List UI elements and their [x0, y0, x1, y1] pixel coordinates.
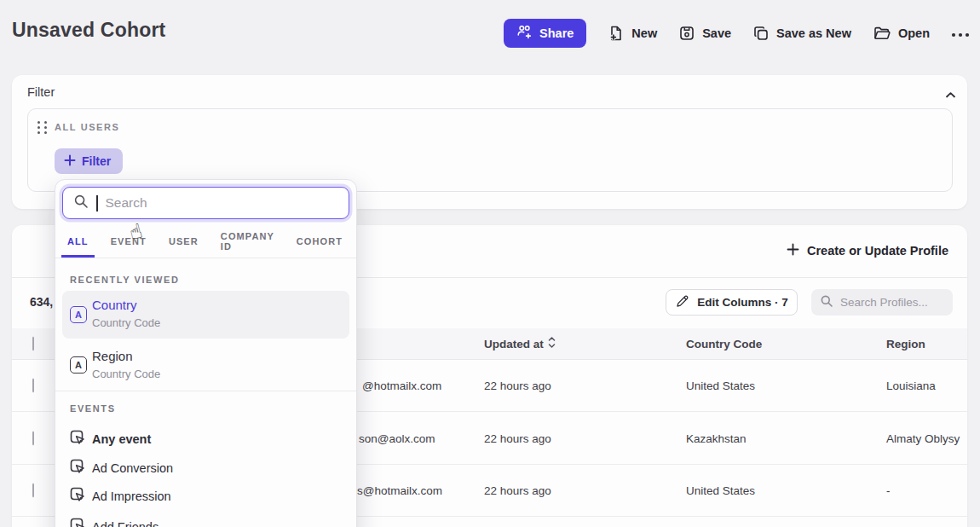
column-header-updated-at[interactable]: Updated at	[484, 337, 556, 350]
event-item-ad-conversion[interactable]: Ad Conversion	[62, 455, 349, 482]
text-cursor	[96, 195, 98, 211]
property-subtitle: Country Code	[92, 316, 160, 329]
create-or-update-profile-button[interactable]: Create or Update Profile	[787, 243, 948, 258]
row-checkbox[interactable]	[32, 431, 34, 446]
new-button-label: New	[631, 26, 657, 40]
property-item-region[interactable]: A Region Country Code	[62, 342, 349, 388]
new-document-icon	[608, 25, 625, 42]
event-title: Ad Conversion	[92, 461, 173, 475]
event-icon	[69, 458, 86, 478]
property-picker-dropdown: Search ALL EVENT USER COMPANY ID COHORT …	[55, 179, 357, 527]
event-icon	[69, 486, 86, 507]
column-header-country-code[interactable]: Country Code	[686, 338, 762, 350]
country-code-value: United States	[686, 379, 755, 392]
text-property-icon: A	[70, 356, 87, 374]
row-checkbox[interactable]	[32, 379, 34, 393]
page-title: Unsaved Cohort	[12, 19, 165, 42]
region-value: Almaty Oblysy	[886, 432, 960, 445]
share-button[interactable]: Share	[504, 19, 586, 48]
section-label-recently-viewed: RECENTLY VIEWED	[70, 275, 180, 285]
event-item-add-friends[interactable]: Add Friends	[62, 513, 349, 527]
tab-user[interactable]: USER	[163, 228, 205, 258]
search-profiles-input[interactable]	[840, 296, 943, 309]
search-icon	[820, 294, 833, 311]
updated-at-value: 22 hours ago	[484, 484, 551, 497]
section-label-events: EVENTS	[70, 403, 116, 414]
region-value: Louisiana	[886, 379, 936, 392]
open-button-label: Open	[898, 26, 930, 40]
event-icon	[69, 517, 86, 527]
add-filter-button[interactable]: Filter	[55, 148, 123, 174]
filter-panel-title: Filter	[27, 85, 55, 99]
event-item-ad-impression[interactable]: Ad Impression	[62, 483, 349, 510]
save-button[interactable]: Save	[678, 25, 731, 42]
dropdown-search-placeholder: Search	[106, 195, 147, 211]
copy-icon	[752, 25, 770, 42]
edit-columns-button[interactable]: Edit Columns · 7	[666, 289, 798, 316]
profiles-count: 634,	[30, 295, 53, 309]
collapse-panel-button[interactable]	[945, 87, 956, 102]
event-title: Add Friends	[92, 520, 159, 527]
property-title: Country	[92, 298, 137, 312]
save-as-new-button-label: Save as New	[776, 26, 851, 40]
drag-handle-icon[interactable]	[37, 121, 48, 134]
row-checkbox[interactable]	[32, 484, 34, 498]
dropdown-search-field[interactable]: Search	[62, 187, 349, 219]
save-button-label: Save	[702, 26, 731, 40]
event-item-any-event[interactable]: Any event	[62, 426, 349, 453]
updated-at-value: 22 hours ago	[484, 432, 551, 445]
edit-columns-label: Edit Columns · 7	[697, 296, 788, 309]
region-value: -	[886, 484, 891, 497]
property-title: Region	[92, 349, 133, 363]
plus-icon	[64, 154, 76, 169]
pencil-icon	[675, 294, 689, 311]
new-button[interactable]: New	[608, 25, 657, 42]
open-button[interactable]: Open	[873, 25, 930, 42]
tab-cohort[interactable]: COHORT	[291, 228, 349, 258]
column-header-region[interactable]: Region	[886, 338, 925, 350]
property-item-country[interactable]: A Country Country Code	[62, 291, 349, 339]
country-code-value: United States	[686, 484, 755, 497]
sort-icon[interactable]	[548, 337, 556, 350]
property-subtitle: Country Code	[92, 368, 160, 380]
share-users-icon	[516, 25, 533, 42]
tab-company-id[interactable]: COMPANY ID	[215, 228, 280, 258]
filter-group-label: ALL USERS	[55, 122, 120, 132]
tab-event[interactable]: EVENT	[105, 228, 153, 258]
share-button-label: Share	[539, 26, 574, 40]
plus-icon	[787, 243, 799, 258]
open-folder-icon	[873, 25, 891, 42]
divider	[55, 391, 356, 391]
create-or-update-profile-label: Create or Update Profile	[807, 244, 948, 258]
updated-at-value: 22 hours ago	[484, 379, 551, 392]
profile-email: s@hotmailx.com	[357, 484, 442, 497]
top-toolbar: Share New Save Save as New Open	[504, 19, 970, 48]
save-icon	[678, 25, 695, 42]
profile-email: @hotmailx.com	[362, 379, 441, 392]
text-property-icon: A	[70, 306, 87, 323]
event-icon	[69, 429, 86, 449]
ellipsis-icon	[951, 26, 970, 41]
tab-all[interactable]: ALL	[61, 228, 95, 258]
search-profiles-field[interactable]	[811, 289, 953, 316]
event-title: Ad Impression	[92, 489, 171, 503]
profile-email: son@aolx.com	[359, 432, 435, 445]
add-filter-button-label: Filter	[82, 154, 111, 168]
search-icon	[73, 194, 89, 212]
save-as-new-button[interactable]: Save as New	[752, 25, 851, 42]
dropdown-tabs: ALL EVENT USER COMPANY ID COHORT	[55, 228, 356, 258]
more-actions-button[interactable]	[951, 26, 970, 41]
chevron-up-icon	[945, 87, 956, 101]
country-code-value: Kazakhstan	[686, 432, 747, 445]
event-title: Any event	[92, 432, 151, 446]
select-all-checkbox[interactable]	[32, 337, 34, 351]
